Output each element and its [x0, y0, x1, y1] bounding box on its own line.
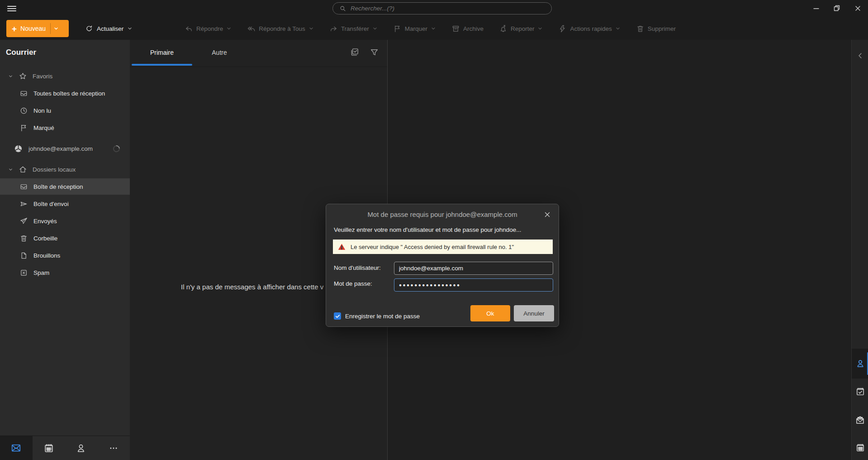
refresh-button[interactable]: Actualiser	[81, 20, 137, 37]
nav-calendar-button[interactable]	[33, 436, 65, 460]
main-toolbar: + Nouveau Actualiser Répondre Répondre à…	[0, 16, 868, 40]
collapse-rail-button[interactable]	[852, 49, 868, 62]
nav-contacts-button[interactable]	[65, 436, 98, 460]
snooze-button[interactable]: Reporter	[499, 24, 543, 33]
chevron-down-icon[interactable]	[127, 26, 133, 31]
sidebar-title: Courrier	[6, 48, 36, 57]
title-bar	[0, 0, 868, 16]
dialog-message: Veuillez entrer votre nom d'utilisateur …	[334, 226, 552, 233]
ok-button[interactable]: Ok	[470, 305, 510, 321]
home-icon	[18, 165, 27, 174]
chevron-down-icon	[537, 26, 543, 31]
sidebar-item-label: Brouillons	[33, 252, 60, 259]
inbox-icon	[19, 89, 28, 98]
reply-icon	[185, 24, 193, 33]
username-field[interactable]	[394, 262, 553, 275]
rail-tasks-button[interactable]	[852, 380, 868, 403]
sidebar-item-sent[interactable]: Envoyés	[0, 213, 130, 229]
message-actions-group: Répondre Répondre à Tous Transférer Marq…	[185, 20, 676, 37]
reply-button[interactable]: Répondre	[185, 24, 232, 33]
close-button[interactable]	[847, 0, 868, 16]
search-input[interactable]	[351, 5, 545, 12]
save-password-checkbox[interactable]: Enregistrer le mot de passe	[334, 312, 420, 320]
chevron-down-icon[interactable]	[7, 74, 14, 79]
sidebar-item-spam[interactable]: Spam	[0, 264, 130, 281]
sidebar-item-label: Non lu	[33, 107, 51, 114]
sidebar-item-inbox[interactable]: Boîte de réception	[0, 178, 130, 195]
server-error-text: Le serveur indique " Access denied by em…	[351, 244, 514, 250]
tab-label: Primaire	[150, 49, 174, 56]
sent-icon	[19, 217, 28, 225]
password-field[interactable]	[394, 278, 553, 292]
dialog-title: Mot de passe requis pour johndoe@example…	[326, 211, 559, 218]
password-label: Mot de passe:	[334, 280, 372, 287]
quick-actions-label: Actions rapides	[570, 25, 612, 32]
hamburger-menu-icon[interactable]	[7, 5, 16, 12]
checkbox-checked-icon[interactable]	[334, 312, 341, 320]
quick-actions-button[interactable]: Actions rapides	[558, 24, 620, 33]
active-tab-indicator	[132, 64, 192, 66]
flag-label: Marquer	[405, 25, 427, 32]
tab-primary[interactable]: Primaire	[132, 40, 192, 65]
warning-icon	[337, 243, 346, 251]
archive-button[interactable]: Archive	[451, 24, 484, 33]
spam-icon	[19, 268, 28, 277]
sidebar-item-drafts[interactable]: Brouillons	[0, 247, 130, 264]
search-box[interactable]	[332, 2, 552, 14]
sidebar-item-label: Boîte d'envoi	[33, 201, 69, 207]
sidebar-item-trash[interactable]: Corbeille	[0, 230, 130, 246]
sidebar-account-row[interactable]: johndoe@example.com	[0, 140, 130, 157]
reply-label: Répondre	[196, 25, 223, 32]
calendar-icon	[43, 443, 54, 454]
split-separator	[50, 23, 51, 34]
rail-subscriptions-button[interactable]	[852, 408, 868, 431]
draft-icon	[19, 251, 28, 260]
sidebar-item-label: Spam	[33, 269, 49, 276]
cancel-button[interactable]: Annuler	[514, 305, 554, 321]
close-icon	[855, 5, 861, 11]
delete-button[interactable]: Supprimer	[636, 24, 676, 33]
new-message-button[interactable]: + Nouveau	[6, 20, 69, 37]
sidebar-item-label: Boîte de réception	[33, 183, 83, 190]
star-icon	[18, 72, 27, 81]
chevron-down-icon[interactable]	[53, 26, 59, 31]
mail-icon	[10, 442, 22, 454]
snooze-bell-icon	[499, 24, 508, 33]
trash-icon	[636, 24, 645, 33]
nav-mail-button[interactable]	[0, 436, 33, 460]
reply-all-icon	[247, 24, 256, 33]
nav-more-button[interactable]	[97, 436, 130, 460]
new-message-label: Nouveau	[20, 25, 46, 32]
select-messages-icon[interactable]	[350, 47, 360, 57]
chevron-left-icon	[857, 53, 863, 59]
flag-button[interactable]: Marquer	[393, 24, 436, 33]
flag-icon	[393, 24, 402, 33]
folder-sidebar: Courrier Favoris Toutes boîtes de récept…	[0, 40, 130, 460]
chevron-down-icon[interactable]	[7, 167, 14, 172]
favorites-section-header[interactable]: Favoris	[0, 68, 130, 84]
minimize-button[interactable]	[806, 0, 826, 16]
sidebar-item-all-inboxes[interactable]: Toutes boîtes de réception	[0, 85, 130, 101]
account-email-label: johndoe@example.com	[28, 145, 93, 152]
restore-button[interactable]	[826, 0, 847, 16]
calendar-check-icon	[855, 387, 865, 397]
sidebar-item-unread[interactable]: Non lu	[0, 102, 130, 119]
sidebar-item-label: Corbeille	[33, 235, 57, 242]
rail-agenda-button[interactable]	[852, 436, 868, 459]
tab-other[interactable]: Autre	[192, 40, 247, 65]
rail-contacts-button[interactable]	[852, 349, 868, 379]
restore-icon	[834, 5, 840, 11]
filter-funnel-icon[interactable]	[370, 47, 379, 57]
close-icon	[544, 211, 550, 218]
reply-all-button[interactable]: Répondre à Tous	[247, 24, 314, 33]
dialog-close-button[interactable]	[542, 210, 552, 220]
flag-icon	[19, 124, 28, 132]
snooze-label: Reporter	[511, 25, 535, 32]
sidebar-item-flagged[interactable]: Marqué	[0, 120, 130, 136]
local-folders-section-header[interactable]: Dossiers locaux	[0, 161, 130, 177]
forward-button[interactable]: Transférer	[329, 24, 378, 33]
sidebar-item-outbox[interactable]: Boîte d'envoi	[0, 196, 130, 212]
sidebar-item-label: Toutes boîtes de réception	[33, 90, 105, 97]
chevron-down-icon	[615, 26, 621, 31]
sidebar-item-label: Marqué	[33, 125, 54, 131]
